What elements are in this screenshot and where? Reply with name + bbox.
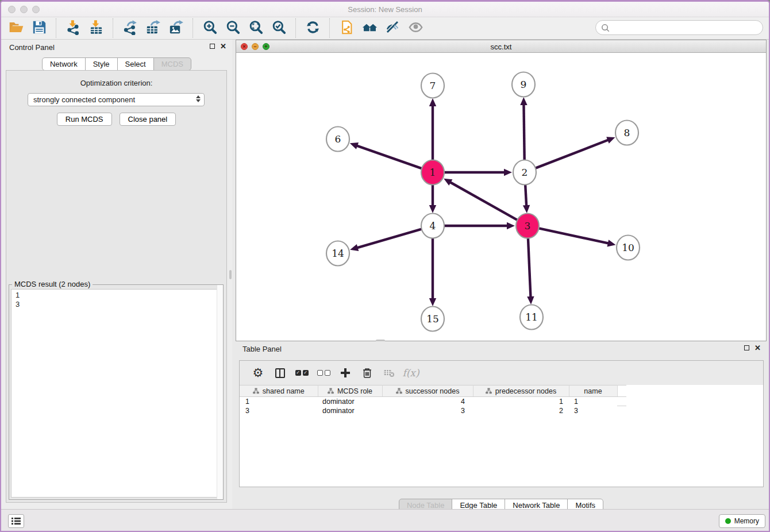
export-network-button[interactable] bbox=[120, 18, 140, 38]
table-cell[interactable]: dominator bbox=[318, 406, 382, 415]
result-scrollbar[interactable] bbox=[217, 285, 223, 499]
graph-edge[interactable] bbox=[355, 145, 422, 169]
export-table-button[interactable] bbox=[143, 18, 163, 38]
delete-table-button[interactable] bbox=[378, 362, 400, 384]
clear-selection-button[interactable] bbox=[313, 362, 334, 384]
network-document-icon bbox=[339, 20, 355, 37]
table-row[interactable]: 1dominator411 bbox=[240, 397, 626, 406]
table-cell[interactable]: 1 bbox=[569, 397, 617, 406]
import-network-button[interactable] bbox=[63, 18, 83, 38]
control-panel-title: Control Panel bbox=[9, 43, 55, 52]
run-mcds-button[interactable]: Run MCDS bbox=[57, 113, 112, 126]
graph-edge[interactable] bbox=[523, 103, 524, 161]
tab-style[interactable]: Style bbox=[85, 57, 118, 71]
edge-arrowhead bbox=[429, 98, 436, 106]
graph-edge[interactable] bbox=[525, 183, 526, 207]
graph-node-label: 10 bbox=[622, 242, 634, 253]
split-columns-button[interactable] bbox=[269, 362, 291, 384]
graph-edge[interactable] bbox=[535, 140, 610, 169]
search-input[interactable] bbox=[610, 24, 763, 32]
row-filler bbox=[617, 406, 626, 415]
home-layout-button[interactable] bbox=[359, 18, 380, 38]
graph-node-label: 9 bbox=[521, 79, 527, 90]
graph-node-label: 6 bbox=[335, 133, 341, 145]
network-graph[interactable]: 7968124314101511 bbox=[236, 53, 766, 341]
table-toolbar: ⚙ ✓✓ f(x) bbox=[240, 361, 763, 385]
float-panel-icon[interactable] bbox=[210, 44, 215, 49]
delete-column-button[interactable] bbox=[356, 362, 378, 384]
table-header-row: shared name MCDS role successor nodes pr… bbox=[240, 385, 626, 397]
save-session-button[interactable] bbox=[29, 18, 49, 38]
tab-mcds[interactable]: MCDS bbox=[153, 57, 191, 71]
copy-network-button[interactable] bbox=[336, 18, 357, 38]
close-table-panel-icon[interactable]: ✕ bbox=[754, 345, 761, 351]
tab-select[interactable]: Select bbox=[117, 57, 154, 71]
col-predecessor-nodes[interactable]: predecessor nodes bbox=[473, 385, 569, 397]
edge-arrowhead bbox=[350, 142, 359, 149]
table-cell[interactable]: 2 bbox=[473, 406, 569, 415]
graph-edge[interactable] bbox=[449, 182, 518, 221]
node-table: shared name MCDS role successor nodes pr… bbox=[240, 385, 626, 415]
table-cell[interactable]: 4 bbox=[382, 397, 473, 406]
titlebar: Session: New Session bbox=[1, 2, 769, 17]
function-builder-button[interactable]: f(x) bbox=[400, 362, 422, 384]
export-image-button[interactable] bbox=[165, 18, 186, 38]
network-window-titlebar[interactable]: × − + scc.txt bbox=[236, 40, 766, 53]
graph-node-label: 7 bbox=[430, 80, 436, 91]
graph-edge[interactable] bbox=[356, 229, 422, 248]
hide-view-button[interactable] bbox=[382, 18, 403, 38]
network-canvas[interactable]: 7968124314101511 bbox=[236, 53, 766, 341]
zoom-selected-button[interactable] bbox=[268, 18, 289, 38]
table-cell[interactable]: 3 bbox=[382, 406, 473, 415]
eye-icon bbox=[408, 20, 424, 37]
node-table-body: 1dominator4113dominator323 bbox=[240, 397, 626, 415]
edge-arrowhead bbox=[520, 97, 527, 105]
eye-slash-icon bbox=[385, 20, 401, 37]
table-panel: Table Panel ✕ ⚙ ✓✓ f(x) bbox=[236, 341, 767, 509]
toolbar-separator bbox=[113, 18, 113, 38]
graph-edge[interactable] bbox=[538, 228, 610, 244]
memory-button[interactable]: Memory bbox=[719, 514, 765, 528]
table-settings-button[interactable]: ⚙ bbox=[247, 362, 269, 384]
zoom-fit-button[interactable] bbox=[245, 18, 266, 38]
mcds-result-text[interactable]: 1 3 bbox=[11, 289, 221, 498]
float-table-panel-icon[interactable] bbox=[744, 345, 749, 350]
table-cell[interactable]: 3 bbox=[240, 406, 318, 415]
table-cell[interactable]: dominator bbox=[318, 397, 382, 406]
search-field[interactable] bbox=[595, 20, 763, 35]
zoom-in-button[interactable] bbox=[199, 18, 220, 38]
table-cell[interactable]: 1 bbox=[473, 397, 569, 406]
criterion-select-value: strongly connected component bbox=[33, 95, 135, 104]
tab-network[interactable]: Network bbox=[42, 57, 86, 71]
col-shared-name[interactable]: shared name bbox=[240, 385, 318, 397]
show-view-button[interactable] bbox=[405, 18, 426, 38]
refresh-button[interactable] bbox=[302, 18, 323, 38]
task-history-button[interactable] bbox=[8, 514, 24, 528]
select-all-button[interactable]: ✓✓ bbox=[291, 362, 313, 384]
graph-edge[interactable] bbox=[528, 237, 531, 299]
table-cell[interactable]: 1 bbox=[240, 397, 318, 406]
table-row[interactable]: 3dominator323 bbox=[240, 406, 626, 415]
col-mcds-role[interactable]: MCDS role bbox=[318, 385, 382, 397]
zoom-out-button[interactable] bbox=[222, 18, 243, 38]
open-session-button[interactable] bbox=[6, 18, 26, 38]
edge-arrowhead bbox=[606, 137, 615, 144]
optimization-criterion-label: Optimization criterion: bbox=[6, 79, 226, 87]
table-cell[interactable]: 3 bbox=[569, 406, 617, 415]
splitter-handle-vertical[interactable] bbox=[229, 270, 232, 279]
graph-node-label: 14 bbox=[332, 248, 344, 259]
network-window-title: scc.txt bbox=[236, 43, 766, 51]
import-table-button[interactable] bbox=[86, 18, 106, 38]
list-icon bbox=[11, 516, 21, 526]
col-name[interactable]: name bbox=[569, 385, 617, 397]
close-panel-icon[interactable]: ✕ bbox=[220, 43, 226, 49]
import-table-icon bbox=[88, 20, 104, 37]
hierarchy-icon bbox=[253, 388, 259, 394]
col-successor-nodes[interactable]: successor nodes bbox=[382, 385, 473, 397]
trash-icon bbox=[361, 367, 373, 379]
criterion-select[interactable]: strongly connected component bbox=[28, 93, 205, 106]
delete-table-icon bbox=[383, 367, 395, 379]
add-column-button[interactable] bbox=[334, 362, 356, 384]
table-panel-title: Table Panel bbox=[242, 345, 282, 353]
close-panel-button[interactable]: Close panel bbox=[120, 113, 176, 126]
